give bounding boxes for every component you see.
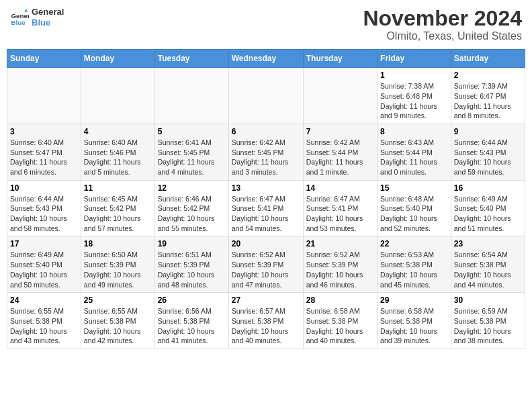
day-number: 1 <box>380 71 448 80</box>
calendar-cell: 21Sunrise: 6:52 AM Sunset: 5:39 PM Dayli… <box>303 236 377 293</box>
calendar-cell: 7Sunrise: 6:42 AM Sunset: 5:44 PM Daylig… <box>303 124 377 180</box>
calendar-cell: 11Sunrise: 6:45 AM Sunset: 5:42 PM Dayli… <box>81 180 154 236</box>
day-info: Sunrise: 6:41 AM Sunset: 5:45 PM Dayligh… <box>158 138 226 177</box>
title-section: November 2024 Olmito, Texas, United Stat… <box>363 7 522 42</box>
day-info: Sunrise: 6:40 AM Sunset: 5:47 PM Dayligh… <box>10 138 78 177</box>
day-info: Sunrise: 6:53 AM Sunset: 5:38 PM Dayligh… <box>380 250 448 289</box>
calendar-week-1: 1Sunrise: 7:38 AM Sunset: 6:48 PM Daylig… <box>7 68 525 124</box>
calendar-cell: 9Sunrise: 6:44 AM Sunset: 5:43 PM Daylig… <box>451 124 525 180</box>
col-header-wednesday: Wednesday <box>228 50 303 68</box>
day-info: Sunrise: 6:46 AM Sunset: 5:42 PM Dayligh… <box>158 194 226 234</box>
calendar-week-5: 24Sunrise: 6:55 AM Sunset: 5:38 PM Dayli… <box>7 293 525 349</box>
calendar-cell: 3Sunrise: 6:40 AM Sunset: 5:47 PM Daylig… <box>7 124 81 180</box>
calendar-cell: 29Sunrise: 6:58 AM Sunset: 5:38 PM Dayli… <box>378 293 451 349</box>
calendar-cell <box>7 68 81 124</box>
calendar-week-2: 3Sunrise: 6:40 AM Sunset: 5:47 PM Daylig… <box>7 124 525 180</box>
day-info: Sunrise: 6:49 AM Sunset: 5:40 PM Dayligh… <box>454 194 522 234</box>
day-number: 23 <box>454 239 522 248</box>
day-info: Sunrise: 6:55 AM Sunset: 5:38 PM Dayligh… <box>10 306 78 346</box>
day-number: 26 <box>158 295 226 305</box>
calendar-cell <box>154 68 228 124</box>
calendar-cell: 13Sunrise: 6:47 AM Sunset: 5:41 PM Dayli… <box>228 180 303 236</box>
calendar-cell: 6Sunrise: 6:42 AM Sunset: 5:45 PM Daylig… <box>228 124 303 180</box>
col-header-monday: Monday <box>81 50 154 68</box>
day-number: 2 <box>454 71 522 80</box>
calendar-cell: 5Sunrise: 6:41 AM Sunset: 5:45 PM Daylig… <box>154 124 228 180</box>
calendar-cell: 14Sunrise: 6:47 AM Sunset: 5:41 PM Dayli… <box>303 180 377 236</box>
day-info: Sunrise: 7:39 AM Sunset: 6:47 PM Dayligh… <box>454 81 522 121</box>
calendar-cell: 10Sunrise: 6:44 AM Sunset: 5:43 PM Dayli… <box>7 180 81 236</box>
calendar-cell: 26Sunrise: 6:56 AM Sunset: 5:38 PM Dayli… <box>154 293 228 349</box>
day-info: Sunrise: 6:40 AM Sunset: 5:46 PM Dayligh… <box>84 138 152 177</box>
day-number: 29 <box>380 295 448 305</box>
day-number: 11 <box>84 183 152 193</box>
logo-line1: General <box>32 7 64 17</box>
day-info: Sunrise: 6:42 AM Sunset: 5:44 PM Dayligh… <box>306 138 374 177</box>
calendar-cell: 4Sunrise: 6:40 AM Sunset: 5:46 PM Daylig… <box>81 124 154 180</box>
day-info: Sunrise: 6:54 AM Sunset: 5:38 PM Dayligh… <box>454 250 522 289</box>
logo-line2: Blue <box>32 17 64 28</box>
day-number: 27 <box>232 295 300 305</box>
day-number: 12 <box>158 183 226 193</box>
day-number: 8 <box>380 127 448 136</box>
calendar-cell: 2Sunrise: 7:39 AM Sunset: 6:47 PM Daylig… <box>451 68 525 124</box>
day-number: 17 <box>10 239 78 248</box>
calendar-table: SundayMondayTuesdayWednesdayThursdayFrid… <box>7 49 525 349</box>
calendar-cell <box>303 68 377 124</box>
col-header-thursday: Thursday <box>303 50 377 68</box>
calendar-cell: 16Sunrise: 6:49 AM Sunset: 5:40 PM Dayli… <box>451 180 525 236</box>
logo-icon: General Blue <box>10 8 29 27</box>
day-info: Sunrise: 6:50 AM Sunset: 5:39 PM Dayligh… <box>84 250 152 289</box>
day-info: Sunrise: 6:55 AM Sunset: 5:38 PM Dayligh… <box>84 306 152 346</box>
day-number: 20 <box>232 239 300 248</box>
day-info: Sunrise: 6:56 AM Sunset: 5:38 PM Dayligh… <box>158 306 226 346</box>
col-header-friday: Friday <box>378 50 451 68</box>
calendar-cell <box>81 68 154 124</box>
calendar-cell: 17Sunrise: 6:49 AM Sunset: 5:40 PM Dayli… <box>7 236 81 293</box>
calendar-cell: 27Sunrise: 6:57 AM Sunset: 5:38 PM Dayli… <box>228 293 303 349</box>
calendar-cell: 19Sunrise: 6:51 AM Sunset: 5:39 PM Dayli… <box>154 236 228 293</box>
svg-text:Blue: Blue <box>11 19 26 26</box>
day-info: Sunrise: 6:57 AM Sunset: 5:38 PM Dayligh… <box>232 306 300 346</box>
logo: General Blue General Blue <box>10 7 64 28</box>
day-number: 24 <box>10 295 78 305</box>
calendar-week-4: 17Sunrise: 6:49 AM Sunset: 5:40 PM Dayli… <box>7 236 525 293</box>
day-info: Sunrise: 6:48 AM Sunset: 5:40 PM Dayligh… <box>380 194 448 234</box>
day-number: 18 <box>84 239 152 248</box>
page-subtitle: Olmito, Texas, United States <box>363 30 522 42</box>
calendar-cell: 8Sunrise: 6:43 AM Sunset: 5:44 PM Daylig… <box>378 124 451 180</box>
day-info: Sunrise: 6:59 AM Sunset: 5:38 PM Dayligh… <box>454 306 522 346</box>
calendar-cell: 28Sunrise: 6:58 AM Sunset: 5:38 PM Dayli… <box>303 293 377 349</box>
calendar-cell: 24Sunrise: 6:55 AM Sunset: 5:38 PM Dayli… <box>7 293 81 349</box>
day-info: Sunrise: 6:44 AM Sunset: 5:43 PM Dayligh… <box>10 194 78 234</box>
day-number: 28 <box>306 295 374 305</box>
calendar-cell: 20Sunrise: 6:52 AM Sunset: 5:39 PM Dayli… <box>228 236 303 293</box>
day-number: 25 <box>84 295 152 305</box>
calendar-cell <box>228 68 303 124</box>
day-info: Sunrise: 6:58 AM Sunset: 5:38 PM Dayligh… <box>306 306 374 346</box>
day-info: Sunrise: 6:43 AM Sunset: 5:44 PM Dayligh… <box>380 138 448 177</box>
day-info: Sunrise: 6:58 AM Sunset: 5:38 PM Dayligh… <box>380 306 448 346</box>
col-header-saturday: Saturday <box>451 50 525 68</box>
day-number: 10 <box>10 183 78 193</box>
day-info: Sunrise: 6:52 AM Sunset: 5:39 PM Dayligh… <box>232 250 300 289</box>
day-number: 9 <box>454 127 522 136</box>
day-info: Sunrise: 6:49 AM Sunset: 5:40 PM Dayligh… <box>10 250 78 289</box>
day-info: Sunrise: 6:47 AM Sunset: 5:41 PM Dayligh… <box>306 194 374 234</box>
day-number: 14 <box>306 183 374 193</box>
calendar-header-row: SundayMondayTuesdayWednesdayThursdayFrid… <box>7 50 525 68</box>
col-header-tuesday: Tuesday <box>154 50 228 68</box>
calendar-cell: 15Sunrise: 6:48 AM Sunset: 5:40 PM Dayli… <box>378 180 451 236</box>
day-info: Sunrise: 6:42 AM Sunset: 5:45 PM Dayligh… <box>232 138 300 177</box>
calendar-cell: 23Sunrise: 6:54 AM Sunset: 5:38 PM Dayli… <box>451 236 525 293</box>
page-header: General Blue General Blue November 2024 … <box>7 7 525 42</box>
day-number: 13 <box>232 183 300 193</box>
day-info: Sunrise: 6:47 AM Sunset: 5:41 PM Dayligh… <box>232 194 300 234</box>
page-title: November 2024 <box>363 7 522 30</box>
day-number: 16 <box>454 183 522 193</box>
day-number: 3 <box>10 127 78 136</box>
calendar-cell: 1Sunrise: 7:38 AM Sunset: 6:48 PM Daylig… <box>378 68 451 124</box>
day-number: 19 <box>158 239 226 248</box>
day-number: 6 <box>232 127 300 136</box>
calendar-cell: 18Sunrise: 6:50 AM Sunset: 5:39 PM Dayli… <box>81 236 154 293</box>
